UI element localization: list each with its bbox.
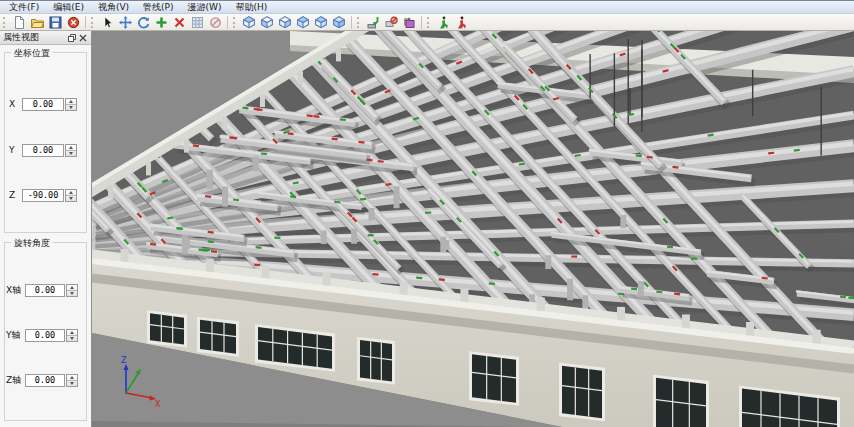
walk-start-icon <box>437 16 450 29</box>
view-cube-top-left-icon <box>296 15 310 29</box>
add-plus-icon <box>155 16 168 29</box>
save-icon <box>49 16 62 29</box>
import-button[interactable] <box>364 15 382 30</box>
x-input[interactable] <box>22 98 64 111</box>
x-label: X <box>9 99 22 109</box>
open-folder-icon <box>31 16 44 29</box>
menu-pipeline[interactable]: 管线(P) <box>136 1 180 13</box>
close-file-button[interactable] <box>64 15 82 30</box>
coordinate-x-row: X <box>0 97 92 111</box>
remove-red-icon <box>385 16 398 29</box>
toolbar-separator <box>85 16 86 29</box>
import-green-icon <box>367 16 380 29</box>
view-cube-right-icon <box>278 15 292 29</box>
z-axis-spinner <box>66 374 78 387</box>
menu-walkthrough[interactable]: 漫游(W) <box>181 1 229 13</box>
z-axis-input[interactable] <box>25 374 65 387</box>
3d-scene: Z X <box>92 31 854 427</box>
toolbar <box>0 14 854 31</box>
rotation-z-row: Z轴 <box>0 373 92 387</box>
toolbar-separator <box>351 16 352 29</box>
toolbar-drag-handle[interactable] <box>3 17 7 28</box>
view-left-button[interactable] <box>258 15 276 30</box>
view-right-button[interactable] <box>276 15 294 30</box>
toolbar-drag-handle[interactable] <box>357 17 361 28</box>
gizmo-z-label: Z <box>121 356 127 365</box>
y-input[interactable] <box>22 144 64 157</box>
gizmo-x-label: X <box>155 400 161 409</box>
walk-start-button[interactable] <box>434 15 452 30</box>
z-axis-label: Z轴 <box>6 374 25 387</box>
y-label: Y <box>9 145 22 155</box>
new-file-icon <box>13 16 26 29</box>
new-file-button[interactable] <box>10 15 28 30</box>
close-red-icon <box>67 16 80 29</box>
3d-viewport[interactable]: Z X <box>92 31 854 427</box>
rotate-tool-button[interactable] <box>134 15 152 30</box>
view-cube-left-icon <box>260 15 274 29</box>
properties-panel-titlebar[interactable]: 属性视图 <box>0 31 91 45</box>
y-spinner <box>65 144 77 157</box>
remove-model-button[interactable] <box>382 15 400 30</box>
open-folder-button[interactable] <box>28 15 46 30</box>
rotate-icon <box>137 16 150 29</box>
snap-grid-icon <box>191 16 204 29</box>
toolbar-separator <box>421 16 422 29</box>
menu-file[interactable]: 文件(F) <box>2 1 46 13</box>
coordinate-z-row: Z <box>0 188 92 202</box>
x-axis-spinner <box>66 284 78 297</box>
rotation-angle-group-title: 旋转角度 <box>11 237 53 250</box>
spinner-down-button[interactable] <box>67 291 77 296</box>
menu-help[interactable]: 帮助(H) <box>228 1 274 13</box>
properties-panel: 属性视图 坐标位置 X Y Z 旋转角度 X轴 <box>0 31 92 427</box>
spinner-down-button[interactable] <box>67 336 77 341</box>
main-area: 属性视图 坐标位置 X Y Z 旋转角度 X轴 <box>0 31 854 427</box>
toolbar-drag-handle[interactable] <box>427 17 431 28</box>
float-panel-button[interactable] <box>66 32 77 43</box>
view-top-right-button[interactable] <box>312 15 330 30</box>
view-cube-all-icon <box>332 15 346 29</box>
spinner-down-button[interactable] <box>66 196 76 201</box>
menu-edit[interactable]: 编辑(E) <box>46 1 91 13</box>
close-icon <box>79 34 87 42</box>
walk-stop-icon <box>455 16 468 29</box>
menu-view[interactable]: 视角(V) <box>91 1 136 13</box>
delete-x-icon <box>173 16 186 29</box>
z-spinner <box>65 189 77 202</box>
x-axis-input[interactable] <box>25 284 65 297</box>
x-spinner <box>65 98 77 111</box>
coordinate-y-row: Y <box>0 143 92 157</box>
z-input[interactable] <box>22 189 64 202</box>
rotation-y-row: Y轴 <box>0 328 92 342</box>
merge-model-button[interactable] <box>400 15 418 30</box>
move-tool-button[interactable] <box>116 15 134 30</box>
select-cursor-icon <box>101 16 114 29</box>
view-cube-top-icon <box>242 15 256 29</box>
select-tool-button[interactable] <box>98 15 116 30</box>
spinner-down-button[interactable] <box>66 105 76 110</box>
disable-icon <box>209 16 222 29</box>
toolbar-drag-handle[interactable] <box>233 17 237 28</box>
x-axis-label: X轴 <box>6 284 25 297</box>
walk-stop-button[interactable] <box>452 15 470 30</box>
y-axis-label: Y轴 <box>6 329 25 342</box>
save-button[interactable] <box>46 15 64 30</box>
view-cube-top-right-icon <box>314 15 328 29</box>
close-panel-button[interactable] <box>77 32 88 43</box>
snap-grid-button[interactable] <box>188 15 206 30</box>
disable-snap-button[interactable] <box>206 15 224 30</box>
view-top-button[interactable] <box>240 15 258 30</box>
move-icon <box>119 16 132 29</box>
view-top-left-button[interactable] <box>294 15 312 30</box>
toolbar-drag-handle[interactable] <box>91 17 95 28</box>
merge-purple-icon <box>403 16 416 29</box>
y-axis-spinner <box>66 329 78 342</box>
spinner-down-button[interactable] <box>67 381 77 386</box>
spinner-down-button[interactable] <box>66 151 76 156</box>
float-window-icon <box>68 34 76 42</box>
view-iso-button[interactable] <box>330 15 348 30</box>
y-axis-input[interactable] <box>25 329 65 342</box>
delete-button[interactable] <box>170 15 188 30</box>
add-button[interactable] <box>152 15 170 30</box>
coordinate-position-group-title: 坐标位置 <box>11 47 53 60</box>
